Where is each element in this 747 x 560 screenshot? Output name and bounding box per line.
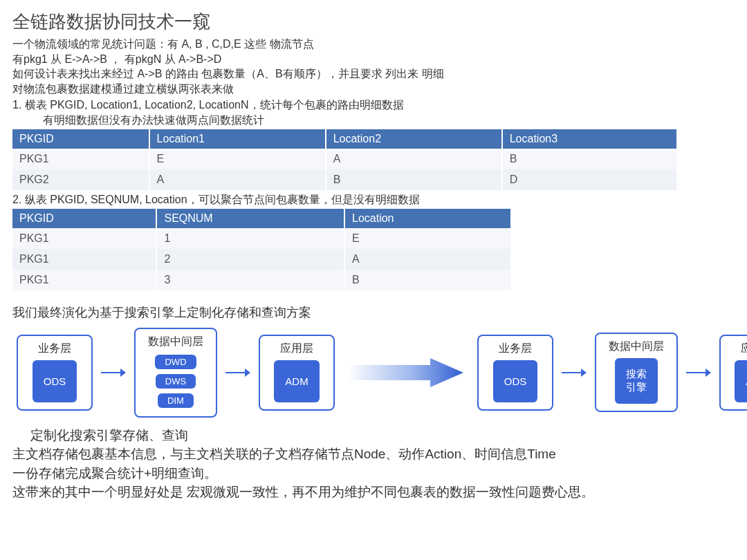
th: SEQNUM: [156, 209, 344, 228]
td: PKG1: [12, 249, 156, 270]
layer-title: 应用层: [741, 342, 747, 356]
dim-block: DIM: [158, 393, 194, 408]
th: Location1: [149, 129, 326, 149]
arrow-right-icon: [101, 366, 126, 380]
table-header-row: PKGID SEQNUM Location: [12, 209, 510, 228]
table-header-row: PKGID Location1 Location2 Location3: [12, 129, 676, 149]
svg-marker-4: [347, 358, 463, 387]
arrow-right-icon: [225, 366, 250, 380]
table-horizontal: PKGID Location1 Location2 Location3 PKG1…: [12, 129, 676, 190]
td: PKG1: [12, 270, 156, 290]
adm-block: ADM: [274, 360, 319, 402]
td: A: [344, 249, 510, 270]
td: PKG1: [12, 149, 149, 169]
td: 1: [156, 228, 344, 249]
layer-title: 业务层: [499, 342, 532, 356]
footer-line: 这带来的其中一个明显好处是 宏观微观一致性，再不用为维护不同包裹表的数据一致性问…: [12, 483, 735, 502]
svg-marker-3: [245, 368, 250, 377]
td: B: [326, 169, 502, 190]
td: 2: [156, 249, 344, 270]
td: B: [344, 270, 510, 290]
page-title: 全链路数据协同技术一窥: [12, 10, 735, 34]
dws-block: DWS: [156, 374, 196, 389]
th: Location3: [502, 129, 676, 149]
table-row: PKG1 1 E: [12, 228, 510, 249]
td: B: [502, 149, 676, 169]
footer-block: 定制化搜索引擎存储、查询 主文档存储包裹基本信息，与主文档关联的子文档存储节点N…: [12, 426, 735, 502]
table-row: PKG1 E A B: [12, 149, 676, 169]
td: 3: [156, 270, 344, 290]
layer-title: 数据中间层: [609, 339, 664, 354]
svg-marker-6: [581, 368, 587, 377]
layer-title: 业务层: [38, 342, 71, 356]
list-item-2: 2. 纵表 PKGID, SEQNUM, Location，可以聚合节点间包裹数…: [12, 193, 735, 207]
svg-marker-8: [706, 368, 711, 377]
big-arrow-right-icon: [347, 357, 465, 389]
td: D: [502, 169, 676, 190]
td: A: [149, 169, 326, 190]
table-row: PKG1 3 B: [12, 270, 510, 290]
footer-line: 主文档存储包裹基本信息，与主文档关联的子文档存储节点Node、动作Action、…: [12, 445, 735, 464]
left-mid-layer: 数据中间层 DWD DWS DIM: [134, 328, 217, 418]
left-biz-layer: 业务层 ODS: [17, 335, 93, 411]
table-vertical: PKGID SEQNUM Location PKG1 1 E PKG1 2 A …: [12, 209, 510, 290]
intro-line: 如何设计表来找出来经过 A->B 的路由 包裹数量（A、B有顺序），并且要求 列…: [12, 66, 735, 82]
layer-title: 数据中间层: [148, 335, 203, 349]
intro-line: 有pkg1 从 E->A->B ， 有pkgN 从 A->B->D: [12, 52, 735, 67]
dwd-block: DWD: [155, 355, 196, 369]
table-row: PKG2 A B D: [12, 169, 676, 190]
ods-block: ODS: [493, 360, 538, 402]
ods-block: ODS: [33, 360, 77, 402]
td: E: [149, 149, 326, 169]
layer-title: 应用层: [280, 342, 313, 356]
intro-line: 对物流包裹数据建模通过建立横纵两张表来做: [12, 82, 735, 97]
th: PKGID: [12, 209, 156, 228]
table-row: PKG1 2 A: [12, 249, 510, 270]
right-biz-layer: 业务层 ODS: [477, 335, 553, 411]
arrow-right-icon: [562, 366, 587, 380]
th: Location: [344, 209, 510, 228]
left-app-layer: 应用层 ADM: [259, 335, 335, 411]
td: PKG2: [12, 169, 149, 190]
intro-block: 一个物流领域的常见统计问题：有 A, B , C,D,E 这些 物流节点 有pk…: [12, 37, 735, 128]
td: A: [326, 149, 502, 169]
footer-line: 定制化搜索引擎存储、查询: [30, 426, 735, 445]
evolution-text: 我们最终演化为基于搜索引擎上定制化存储和查询方案: [12, 304, 735, 321]
svg-marker-1: [120, 368, 126, 377]
footer-line: 一份存储完成聚合统计+明细查询。: [12, 464, 735, 483]
architecture-diagram: 业务层 ODS 数据中间层 DWD DWS DIM 应用层 ADM: [17, 328, 735, 418]
list-item-1-sub: 有明细数据但没有办法快速做两点间数据统计: [43, 113, 735, 128]
arrow-right-icon: [686, 366, 711, 380]
right-app-layer: 应用层 ADM: [719, 335, 747, 411]
intro-line: 一个物流领域的常见统计问题：有 A, B , C,D,E 这些 物流节点: [12, 37, 735, 52]
adm-block: ADM: [735, 360, 747, 402]
th: Location2: [326, 129, 502, 149]
list-item-1: 1. 横表 PKGID, Location1, Location2, Locat…: [12, 97, 735, 113]
right-mid-layer: 数据中间层 搜索 引擎: [595, 333, 678, 412]
td: E: [344, 228, 510, 249]
td: PKG1: [12, 228, 156, 249]
search-engine-block: 搜索 引擎: [615, 358, 658, 404]
th: PKGID: [12, 129, 149, 149]
